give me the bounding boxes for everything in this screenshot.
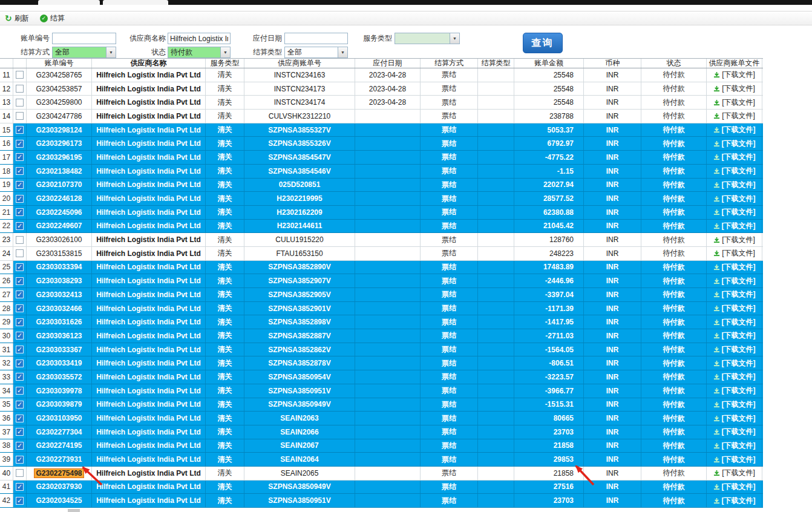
download-link[interactable]: [下载文件] bbox=[713, 152, 756, 162]
column-header[interactable]: 供应商名称 bbox=[92, 59, 206, 68]
column-header[interactable]: 供应商账单文件 bbox=[707, 59, 762, 68]
row-checkbox[interactable] bbox=[16, 304, 24, 312]
row-checkbox[interactable] bbox=[16, 415, 24, 422]
download-link[interactable]: [下载文件] bbox=[713, 262, 756, 272]
row-checkbox[interactable] bbox=[16, 153, 24, 161]
service-type-select[interactable]: ▼ bbox=[395, 33, 460, 44]
row-checkbox[interactable] bbox=[16, 167, 24, 175]
browser-tab[interactable] bbox=[38, 0, 100, 5]
row-checkbox[interactable] bbox=[16, 469, 24, 477]
table-row[interactable]: 29G2303031626Hilfreich Logistix India Pv… bbox=[0, 315, 763, 329]
download-link[interactable]: [下载文件] bbox=[713, 166, 756, 176]
row-checkbox[interactable] bbox=[16, 290, 24, 298]
due-date-input[interactable] bbox=[284, 33, 348, 44]
row-checkbox[interactable] bbox=[16, 85, 24, 93]
browser-tab-active[interactable] bbox=[103, 0, 168, 5]
table-row[interactable]: 32G2303033419Hilfreich Logistix India Pv… bbox=[0, 356, 763, 370]
row-checkbox[interactable] bbox=[16, 112, 24, 120]
supplier-name-input[interactable] bbox=[168, 33, 231, 44]
query-button[interactable]: 查询 bbox=[523, 33, 563, 53]
download-link[interactable]: [下载文件] bbox=[713, 413, 756, 424]
column-header[interactable]: 供应商账单号 bbox=[244, 59, 355, 68]
row-checkbox[interactable] bbox=[16, 373, 24, 381]
row-checkbox[interactable] bbox=[16, 277, 24, 285]
column-header[interactable]: 币种 bbox=[584, 59, 641, 68]
row-checkbox[interactable] bbox=[16, 497, 24, 505]
row-checkbox[interactable] bbox=[16, 387, 24, 395]
download-link[interactable]: [下载文件] bbox=[713, 139, 756, 149]
download-link[interactable]: [下载文件] bbox=[713, 496, 756, 506]
row-checkbox[interactable] bbox=[16, 249, 24, 257]
row-checkbox[interactable] bbox=[16, 208, 24, 216]
table-row[interactable]: 26G2303038293Hilfreich Logistix India Pv… bbox=[0, 274, 763, 288]
column-header[interactable]: 结算类型 bbox=[478, 59, 514, 68]
table-row[interactable]: 28G2303032466Hilfreich Logistix India Pv… bbox=[0, 302, 763, 316]
download-link[interactable]: [下载文件] bbox=[713, 303, 756, 313]
table-row[interactable]: 11G2304258765Hilfreich Logistix India Pv… bbox=[0, 68, 763, 82]
row-checkbox[interactable] bbox=[16, 222, 24, 230]
table-row[interactable]: 21G2302245096Hilfreich Logistix India Pv… bbox=[0, 206, 763, 220]
table-row[interactable]: 40G2302275498Hilfreich Logistix India Pv… bbox=[0, 467, 763, 481]
table-row[interactable]: 22G2302249607Hilfreich Logistix India Pv… bbox=[0, 220, 763, 234]
column-header[interactable]: 账单金额 bbox=[514, 59, 584, 68]
download-link[interactable]: [下载文件] bbox=[713, 248, 755, 258]
table-row[interactable]: 42G2302034525Hilfreich Logistix India Pv… bbox=[0, 494, 763, 508]
download-link[interactable]: [下载文件] bbox=[713, 180, 756, 190]
row-checkbox[interactable] bbox=[16, 263, 24, 271]
table-row[interactable]: 34G2303039978Hilfreich Logistix India Pv… bbox=[0, 384, 763, 398]
download-link[interactable]: [下载文件] bbox=[713, 84, 755, 94]
scrollbar-thumb[interactable] bbox=[68, 509, 80, 512]
table-row[interactable]: 24G2303153815Hilfreich Logistix India Pv… bbox=[0, 247, 763, 261]
row-checkbox[interactable] bbox=[16, 346, 24, 353]
download-link[interactable]: [下载文件] bbox=[713, 330, 756, 341]
row-checkbox[interactable] bbox=[16, 318, 24, 326]
table-row[interactable]: 30G2303036123Hilfreich Logistix India Pv… bbox=[0, 329, 763, 343]
download-link[interactable]: [下载文件] bbox=[713, 386, 756, 396]
row-checkbox[interactable] bbox=[16, 359, 24, 367]
row-checkbox[interactable] bbox=[16, 195, 24, 203]
table-row[interactable]: 25G2303033394Hilfreich Logistix India Pv… bbox=[0, 261, 763, 275]
table-row[interactable]: 27G2303032413Hilfreich Logistix India Pv… bbox=[0, 288, 763, 302]
table-row[interactable]: 39G2302273931Hilfreich Logistix India Pv… bbox=[0, 453, 763, 467]
row-checkbox[interactable] bbox=[16, 99, 24, 107]
row-checkbox[interactable] bbox=[16, 236, 24, 244]
settle-method-select[interactable]: 全部 ▼ bbox=[52, 47, 116, 58]
refresh-button[interactable]: ↻ 刷新 bbox=[5, 13, 29, 24]
table-row[interactable]: 13G2304259800Hilfreich Logistix India Pv… bbox=[0, 96, 763, 110]
row-checkbox[interactable] bbox=[16, 401, 24, 409]
table-row[interactable]: 41G2302037930Hilfreich Logistix India Pv… bbox=[0, 481, 763, 494]
download-link[interactable]: [下载文件] bbox=[713, 221, 756, 231]
column-header[interactable]: 服务类型 bbox=[206, 59, 244, 68]
download-link[interactable]: [下载文件] bbox=[713, 125, 756, 135]
row-checkbox[interactable] bbox=[16, 483, 24, 491]
row-checkbox[interactable] bbox=[16, 140, 24, 148]
table-row[interactable]: 12G2304253857Hilfreich Logistix India Pv… bbox=[0, 82, 763, 96]
row-checkbox[interactable] bbox=[16, 332, 24, 340]
table-row[interactable]: 15G2303298124Hilfreich Logistix India Pv… bbox=[0, 123, 763, 137]
row-checkbox[interactable] bbox=[16, 126, 24, 134]
download-link[interactable]: [下载文件] bbox=[713, 468, 755, 478]
row-checkbox[interactable] bbox=[16, 71, 24, 79]
table-row[interactable]: 37G2302277304Hilfreich Logistix India Pv… bbox=[0, 425, 763, 439]
settle-button[interactable]: ✓ 结算 bbox=[40, 13, 65, 24]
download-link[interactable]: [下载文件] bbox=[713, 455, 756, 465]
column-header[interactable]: 结算方式 bbox=[421, 59, 478, 68]
table-row[interactable]: 23G2303026100Hilfreich Logistix India Pv… bbox=[0, 233, 763, 247]
download-link[interactable]: [下载文件] bbox=[713, 358, 756, 369]
download-link[interactable]: [下载文件] bbox=[713, 372, 756, 382]
table-row[interactable]: 20G2302246128Hilfreich Logistix India Pv… bbox=[0, 192, 763, 206]
status-select[interactable]: 待付款 ▼ bbox=[168, 47, 231, 58]
download-link[interactable]: [下载文件] bbox=[713, 70, 755, 80]
row-checkbox[interactable] bbox=[16, 181, 24, 189]
download-link[interactable]: [下载文件] bbox=[713, 344, 756, 355]
column-header[interactable]: 应付日期 bbox=[355, 59, 421, 68]
column-header[interactable]: 状态 bbox=[641, 59, 707, 68]
download-link[interactable]: [下载文件] bbox=[713, 427, 756, 437]
download-link[interactable]: [下载文件] bbox=[713, 441, 756, 451]
row-checkbox[interactable] bbox=[16, 442, 24, 450]
row-checkbox[interactable] bbox=[16, 456, 24, 464]
download-link[interactable]: [下载文件] bbox=[713, 399, 756, 410]
table-row[interactable]: 19G2302107370Hilfreich Logistix India Pv… bbox=[0, 179, 763, 192]
table-row[interactable]: 36G2303103950Hilfreich Logistix India Pv… bbox=[0, 412, 763, 425]
download-link[interactable]: [下载文件] bbox=[713, 317, 756, 327]
